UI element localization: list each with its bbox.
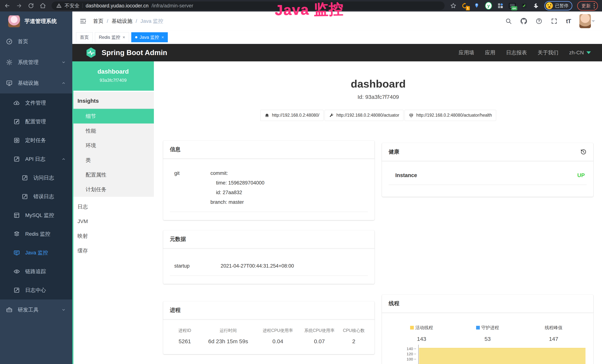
process-col-label: 系统CPU使用率 (301, 328, 338, 333)
sidebar-item-tracing[interactable]: 链路追踪 (0, 262, 72, 281)
y-tick-100: 100 (407, 357, 416, 361)
sidebar-item-scheduled-jobs[interactable]: 定时任务 (0, 131, 72, 150)
sidebar-item-redis-monitor[interactable]: Redis 监控 (0, 225, 72, 243)
breadcrumb-home[interactable]: 首页 (93, 18, 103, 25)
search-icon[interactable] (505, 18, 512, 24)
sidebar-item-infra[interactable]: 基础设施 (0, 73, 72, 94)
sidebar-item-java-monitor[interactable]: Java 监控 (0, 243, 72, 262)
legend-value: 143 (389, 336, 455, 342)
tab-java-monitor[interactable]: Java 监控 × (131, 32, 168, 42)
browser-forward-icon[interactable] (16, 3, 22, 9)
sba-language-select[interactable]: zh-CN (569, 50, 591, 56)
tab-close-icon[interactable]: × (161, 35, 164, 40)
y-extension-icon[interactable]: y (485, 2, 492, 9)
browser-back-icon[interactable] (4, 3, 10, 9)
browser-home-icon[interactable] (40, 3, 46, 9)
detail-cards: 信息 git commit: time: 1596289704000 (163, 140, 593, 364)
metadata-card-body: startup 2021-04-27T00:44:31.254+08:00 (163, 248, 375, 284)
security-label[interactable]: 不安全 (64, 2, 80, 9)
active-tab-dot (135, 36, 137, 38)
sba-menu-details[interactable]: 细节 (72, 109, 154, 124)
sba-nav-about[interactable]: 关于我们 (538, 49, 559, 56)
url-path[interactable]: /infra/admin-server (151, 3, 193, 9)
sidebar-item-access-log[interactable]: 访问日志 (0, 168, 72, 187)
health-url-button[interactable]: http://192.168.0.2:48080/actuator/health (405, 110, 496, 121)
sba-nav-applications[interactable]: 应用 (485, 49, 495, 56)
help-circle-icon[interactable] (536, 18, 542, 24)
timer-icon (13, 137, 20, 144)
profile-paused-label: 已暂停 (555, 3, 569, 9)
breadcrumb-infra[interactable]: 基础设施 (112, 18, 132, 25)
sidebar-collapse-icon[interactable] (79, 17, 87, 25)
health-instance-row[interactable]: Instance UP (389, 167, 587, 185)
sidebar-item-mysql-monitor[interactable]: MySQL 监控 (0, 206, 72, 225)
sba-menu-metrics[interactable]: 性能 (72, 124, 154, 138)
rows-extension-icon[interactable]: on (509, 2, 516, 9)
legend-swatch-live (410, 326, 414, 330)
actuator-url-button[interactable]: http://192.168.0.2:48080/actuator (325, 110, 403, 121)
sba-menu-jvm[interactable]: JVM (72, 214, 154, 229)
sync-extension-icon[interactable]: 1 (461, 2, 468, 9)
fullscreen-icon[interactable] (551, 18, 558, 24)
leaf-extension-icon[interactable] (521, 2, 528, 9)
sidebar-item-label: 配置管理 (25, 118, 46, 125)
bookmark-star-icon[interactable] (450, 3, 456, 9)
sidebar-item-system[interactable]: 系统管理 (0, 52, 72, 73)
sidebar-item-config-mgmt[interactable]: 配置管理 (0, 112, 72, 131)
sba-menu-classes[interactable]: 类 (72, 153, 154, 167)
github-icon[interactable] (520, 18, 527, 24)
app-logo-row[interactable]: 芋道管理系统 (0, 11, 72, 31)
info-value: commit: time: 1596289704000 id: 27aa832 … (210, 168, 264, 207)
sidebar-item-devtools[interactable]: 研发工具 (0, 300, 72, 320)
cards-right-column: 健康 Instance UP (382, 140, 593, 364)
eye-icon (13, 268, 20, 275)
browser-reload-icon[interactable] (28, 3, 34, 9)
sba-menu-config-props[interactable]: 配置属性 (72, 167, 154, 182)
process-col-pid: 进程ID 5261 (170, 328, 200, 344)
log-edit-icon (13, 156, 20, 162)
instance-header[interactable]: dashboard 93a3fc7f7409 (72, 61, 154, 91)
history-icon[interactable] (580, 149, 587, 155)
puzzle-extension-icon[interactable] (532, 2, 539, 9)
card-title: 线程 (389, 300, 399, 307)
sidebar-item-file-mgmt[interactable]: 文件管理 (0, 94, 72, 112)
browser-update-button[interactable]: 更新 (577, 1, 598, 11)
sba-menu-scheduled-tasks[interactable]: 计划任务 (72, 182, 154, 197)
update-label: 更新 (581, 3, 591, 9)
sidebar-item-log-center[interactable]: 日志中心 (0, 281, 72, 300)
sba-menu-mappings[interactable]: 映射 (72, 229, 154, 243)
sba-brand-title[interactable]: Spring Boot Admin (102, 49, 167, 57)
avatar-caret-icon[interactable] (592, 20, 595, 22)
font-size-icon[interactable]: tT (566, 18, 571, 25)
service-url-button[interactable]: http://192.168.0.2:48080/ (260, 110, 324, 121)
process-col-value: 6d 23h 15m 59s (201, 338, 255, 344)
profile-paused-chip[interactable]: 已暂停 (544, 1, 572, 11)
sidebar-item-label: 定时任务 (25, 137, 46, 144)
sba-root-menu: 日志 JVM 映射 缓存 (72, 197, 154, 258)
tab-redis-monitor[interactable]: Redis 监控 × (95, 32, 129, 42)
instance-title-block: dashboard Id: 93a3fc7f7409 (163, 78, 593, 100)
legend-peak-threads: 线程峰值 147 (521, 325, 587, 342)
process-col-label: 进程CPU使用率 (258, 328, 298, 333)
tab-close-icon[interactable]: × (123, 35, 125, 40)
chevron-down-icon (62, 60, 66, 64)
grid-extension-icon[interactable] (497, 2, 504, 9)
language-caret-icon (586, 51, 591, 54)
tab-home[interactable]: 首页 (76, 32, 93, 42)
metadata-key: startup (174, 261, 221, 271)
live-threads-area-series (419, 348, 585, 364)
sidebar-item-home[interactable]: 首页 (0, 31, 72, 52)
sidebar-item-error-log[interactable]: 错误日志 (0, 187, 72, 206)
sba-menu-environment[interactable]: 环境 (72, 138, 154, 153)
user-avatar[interactable] (579, 14, 591, 28)
pin-extension-icon[interactable] (473, 2, 480, 9)
url-host[interactable]: dashboard.yudao.iocoder.cn (86, 3, 149, 9)
service-url: http://192.168.0.2:48080/ (272, 113, 320, 118)
sidebar-item-api-log[interactable]: API 日志 (0, 150, 72, 168)
address-bar[interactable]: 不安全 dashboard.yudao.iocoder.cn/infra/adm… (52, 1, 445, 10)
sba-nav-journal[interactable]: 日志报表 (506, 49, 527, 56)
sba-menu-logs[interactable]: 日志 (72, 199, 154, 214)
sba-menu-caches[interactable]: 缓存 (72, 243, 154, 258)
sba-nav-wallboard[interactable]: 应用墙 (459, 49, 474, 56)
browser-menu-icon[interactable] (593, 3, 595, 9)
